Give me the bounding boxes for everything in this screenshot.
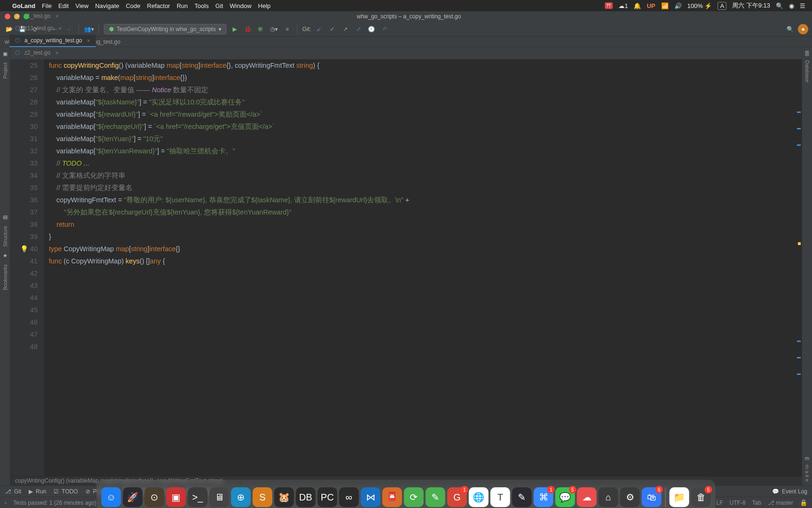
vcs-update-icon[interactable]: ↙ bbox=[314, 24, 324, 34]
dock-app-red-icon[interactable]: ▣ bbox=[166, 487, 186, 507]
siri-icon[interactable]: ◉ bbox=[789, 2, 794, 9]
wifi-icon[interactable]: 📶 bbox=[661, 2, 669, 9]
dock-launchpad-icon[interactable]: 🚀 bbox=[123, 487, 143, 507]
file-encoding[interactable]: UTF-8 bbox=[730, 500, 746, 506]
dock-wechat-icon[interactable]: 💬5 bbox=[555, 487, 575, 507]
dock-vscode-icon[interactable]: ⋈ bbox=[361, 487, 381, 507]
structure-tool-label[interactable]: Structure bbox=[2, 226, 8, 247]
menu-code[interactable]: Code bbox=[126, 2, 141, 9]
dock-appstore-icon[interactable]: 🛍6 bbox=[642, 487, 662, 507]
dock-trash-icon[interactable]: 🗑5 bbox=[691, 487, 711, 507]
battery-status[interactable]: 100% ⚡ bbox=[687, 2, 712, 9]
ime-indicator[interactable]: A bbox=[718, 2, 726, 10]
editor-gutter[interactable]: 252627282930313233343536373839💡 40414243… bbox=[10, 59, 44, 485]
close-tab-icon[interactable]: × bbox=[87, 37, 91, 44]
menu-tools[interactable]: Tools bbox=[195, 2, 209, 9]
run-configuration-selector[interactable]: ⬢ TestGenCopyWriting in whw_go_scripts ▾ bbox=[104, 24, 226, 34]
status-icon[interactable]: ▫ bbox=[5, 500, 7, 506]
git-branch[interactable]: ⎇ master bbox=[768, 500, 793, 506]
dock-terminal-icon[interactable]: >_ bbox=[188, 487, 208, 507]
indent-setting[interactable]: Tab bbox=[752, 500, 761, 506]
vcs-history-icon[interactable]: ⤢ bbox=[353, 24, 364, 34]
editor-tab[interactable]: ⬡z2_test.go× bbox=[9, 47, 96, 59]
search-everywhere-icon[interactable]: 🔍 bbox=[785, 24, 795, 34]
run-tool-button[interactable]: ▶Run bbox=[29, 488, 46, 495]
dock-notes-icon[interactable]: ✎ bbox=[512, 487, 532, 507]
structure-tool-icon[interactable]: ▤ bbox=[3, 214, 8, 220]
dock-typora-icon[interactable]: T bbox=[491, 487, 510, 507]
menu-edit[interactable]: Edit bbox=[58, 2, 69, 9]
menu-file[interactable]: File bbox=[42, 2, 52, 9]
dock-app-o-icon[interactable]: ⊙ bbox=[145, 487, 164, 507]
project-tool-icon[interactable]: ▣ bbox=[3, 51, 8, 57]
vcs-clock-icon[interactable]: 🕘 bbox=[367, 24, 377, 34]
intention-bulb-icon[interactable]: 💡 bbox=[20, 245, 28, 253]
vcs-undo-icon[interactable]: ↶ bbox=[380, 24, 390, 34]
macos-dock[interactable]: ☺🚀⊙▣>_🖥⊕S🐹DBPC∞⋈📮⟳✎G1🌐T✎⌘1💬5☁⌂⚙🛍6📁🗑5 bbox=[97, 480, 716, 508]
menu-window[interactable]: Window bbox=[230, 2, 251, 9]
profile-button[interactable]: ◷▾ bbox=[269, 24, 279, 34]
notification-icon[interactable]: 🔔 bbox=[633, 2, 641, 9]
project-tool-label[interactable]: Project bbox=[2, 63, 8, 79]
run-button[interactable]: ▶ bbox=[229, 24, 240, 34]
account-avatar[interactable]: ● bbox=[798, 24, 808, 34]
dock-app-lem-icon[interactable]: ∞ bbox=[339, 487, 359, 507]
line-separator[interactable]: LF bbox=[717, 500, 723, 506]
volume-icon[interactable]: 🔊 bbox=[674, 2, 682, 9]
dock-home-icon[interactable]: ⌂ bbox=[599, 487, 618, 507]
code-editor[interactable]: 252627282930313233343536373839💡 40414243… bbox=[10, 59, 802, 485]
error-stripe[interactable] bbox=[796, 71, 801, 480]
dock-goland-icon[interactable]: 🐹 bbox=[274, 487, 294, 507]
app-name[interactable]: GoLand bbox=[12, 2, 35, 9]
menu-run[interactable]: Run bbox=[177, 2, 188, 9]
navigation-bar[interactable]: whw_go_scripts ⬡ a_copy_writing_test.go bbox=[0, 37, 812, 47]
editor-tab[interactable]: ⬡z11_test.go× bbox=[9, 23, 96, 35]
tests-status[interactable]: Tests passed: 1 (26 minutes ago) bbox=[13, 500, 96, 506]
menu-help[interactable]: Help bbox=[258, 2, 271, 9]
editor-tab[interactable]: ⬡z1_test.go× bbox=[9, 10, 96, 23]
dock-finder-icon[interactable]: ☺ bbox=[102, 487, 121, 507]
status-indicator-icon[interactable]: ⛩ bbox=[605, 2, 613, 9]
spotlight-icon[interactable]: 🔍 bbox=[776, 2, 783, 9]
todo-tool-button[interactable]: ☑TODO bbox=[54, 488, 78, 495]
dock-activity-icon[interactable]: 🖥 bbox=[210, 487, 229, 507]
dock-app-blue-icon[interactable]: ⊕ bbox=[231, 487, 251, 507]
dock-sublime-icon[interactable]: S bbox=[253, 487, 273, 507]
event-log-button[interactable]: 💬Event Log bbox=[772, 488, 807, 495]
menu-git[interactable]: Git bbox=[215, 2, 223, 9]
dock-pycharm-icon[interactable]: PC bbox=[318, 487, 337, 507]
dock-datagrip-icon[interactable]: DB bbox=[296, 487, 316, 507]
dock-settings-icon[interactable]: ⚙ bbox=[620, 487, 640, 507]
database-tool-label[interactable]: Database bbox=[804, 60, 810, 82]
dock-feishu-icon[interactable]: ⌘1 bbox=[534, 487, 554, 507]
dock-snip-icon[interactable]: ⟳ bbox=[404, 487, 424, 507]
editor-content[interactable]: func copyWritingConfig() (variableMap ma… bbox=[44, 59, 802, 485]
git-tool-button[interactable]: ⎇Git bbox=[5, 488, 21, 495]
clock[interactable]: 周六 下午9:13 bbox=[732, 1, 770, 10]
database-tool-icon[interactable]: 🗄 bbox=[804, 51, 810, 56]
close-tab-icon[interactable]: × bbox=[55, 49, 59, 56]
menu-view[interactable]: View bbox=[75, 2, 88, 9]
editor-tab[interactable]: ⬡a_copy_writing_test.go× bbox=[9, 35, 96, 47]
dock-postman-icon[interactable]: 📮 bbox=[383, 487, 402, 507]
dock-chrome-icon[interactable]: 🌐 bbox=[469, 487, 489, 507]
dock-gmail-icon[interactable]: G1 bbox=[447, 487, 467, 507]
make-tool-icon[interactable]: m bbox=[805, 455, 809, 461]
vcs-push-icon[interactable]: ↗ bbox=[340, 24, 351, 34]
forward-icon[interactable]: → bbox=[63, 24, 74, 34]
control-center-icon[interactable]: ☰ bbox=[800, 2, 805, 9]
lock-icon[interactable]: 🔒 bbox=[800, 499, 807, 506]
close-tab-icon[interactable]: × bbox=[55, 13, 59, 20]
network-up-icon[interactable]: UP bbox=[647, 2, 655, 9]
debug-button[interactable]: 🐞 bbox=[242, 24, 253, 34]
dock-downloads-folder-icon[interactable]: 📁 bbox=[670, 487, 689, 507]
coverage-button[interactable]: ⛨ bbox=[256, 24, 266, 34]
right-tool-rail[interactable]: 🗄 Database m m a k e bbox=[802, 48, 812, 485]
menu-refactor[interactable]: Refactor bbox=[147, 2, 170, 9]
stop-button[interactable]: ■ bbox=[282, 24, 292, 34]
close-tab-icon[interactable]: × bbox=[58, 25, 62, 32]
left-tool-rail[interactable]: ▣ Project ▤ Structure ★ Bookmarks bbox=[0, 48, 10, 485]
mac-menubar[interactable]: GoLand FileEditViewNavigateCodeRefactorR… bbox=[0, 0, 812, 11]
dock-excel-icon[interactable]: ✎ bbox=[426, 487, 445, 507]
make-tool-label[interactable]: m a k e bbox=[804, 465, 810, 482]
